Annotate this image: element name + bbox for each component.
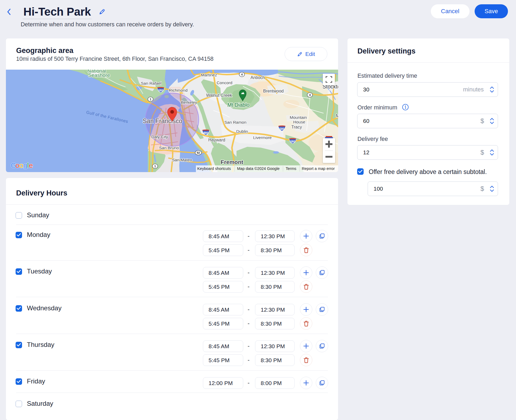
svg-text:Tracy: Tracy (291, 125, 302, 129)
svg-text:4: 4 (241, 73, 243, 76)
svg-text:San Ramon: San Ramon (224, 120, 246, 124)
svg-text:580: 580 (158, 89, 163, 92)
svg-text:880: 880 (203, 131, 208, 134)
svg-text:San Rafael: San Rafael (141, 81, 162, 86)
svg-text:San Bruno: San Bruno (159, 145, 179, 150)
svg-text:Fremont: Fremont (221, 159, 243, 165)
svg-text:San Francisco: San Francisco (143, 118, 182, 124)
svg-text:Brentwood: Brentwood (263, 89, 284, 93)
svg-text:o: o (19, 161, 23, 169)
svg-text:Terms: Terms (286, 166, 296, 171)
svg-text:Keyboard shortcuts: Keyboard shortcuts (197, 166, 231, 171)
svg-text:Walnut Creek: Walnut Creek (206, 93, 232, 98)
svg-text:Richmond: Richmond (169, 88, 188, 92)
svg-text:San Mateo: San Mateo (172, 158, 192, 162)
svg-text:92: 92 (197, 151, 200, 154)
svg-text:Daly City: Daly City (151, 134, 168, 139)
svg-text:Report a map error: Report a map error (302, 166, 335, 171)
svg-text:Martinez: Martinez (201, 73, 217, 77)
svg-text:Hayward: Hayward (208, 138, 225, 142)
svg-text:e: e (29, 161, 33, 169)
svg-text:4: 4 (309, 93, 311, 97)
svg-text:Concord: Concord (217, 80, 232, 85)
svg-text:Mo: Mo (336, 113, 338, 118)
svg-text:Livermore: Livermore (253, 135, 272, 140)
svg-text:580: 580 (290, 140, 295, 143)
svg-text:g: g (23, 161, 27, 169)
svg-text:Seashore: Seashore (88, 72, 110, 78)
svg-text:Berkeley: Berkeley (181, 100, 197, 105)
svg-text:Antioch: Antioch (250, 75, 265, 80)
svg-text:Mt Diablo: Mt Diablo (227, 102, 250, 108)
svg-text:580: 580 (280, 127, 284, 130)
svg-text:Map data ©2024 Google: Map data ©2024 Google (237, 166, 280, 171)
svg-text:Dublin: Dublin (236, 129, 248, 134)
svg-text:1: 1 (154, 165, 156, 168)
svg-text:l: l (27, 161, 29, 169)
svg-text:1: 1 (150, 98, 151, 101)
svg-text:Mountain: Mountain (290, 115, 307, 120)
svg-text:House: House (293, 120, 305, 124)
svg-text:o: o (16, 161, 20, 169)
